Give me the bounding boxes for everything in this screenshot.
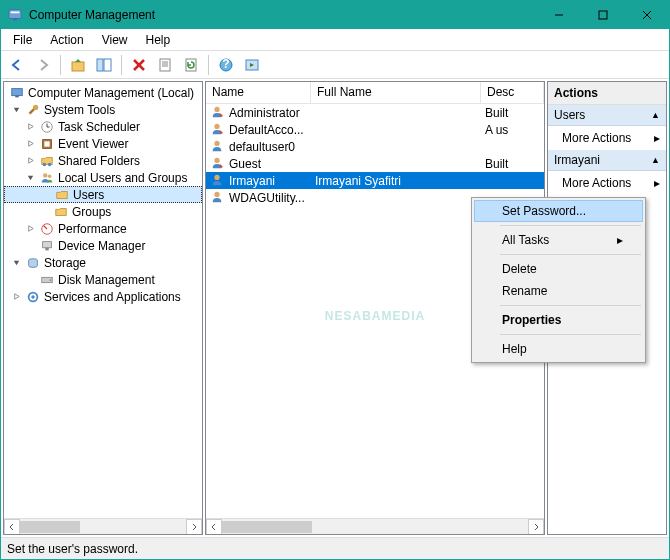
scroll-left-icon[interactable] xyxy=(206,519,222,535)
col-fullname[interactable]: Full Name xyxy=(311,82,481,103)
tree-content: Computer Management (Local) System Tools… xyxy=(4,82,202,518)
computer-icon xyxy=(9,85,25,101)
cell-name: defaultuser0 xyxy=(229,140,295,154)
list-row[interactable]: Administrator Built xyxy=(206,104,544,121)
tree-system-tools[interactable]: System Tools xyxy=(4,101,202,118)
list-row-selected[interactable]: Irmayani Irmayani Syafitri xyxy=(206,172,544,189)
chevron-right-icon: ▸ xyxy=(617,233,623,247)
menu-action[interactable]: Action xyxy=(42,31,91,49)
tree-groups[interactable]: Groups xyxy=(4,203,202,220)
item-label: More Actions xyxy=(562,176,631,190)
up-button[interactable] xyxy=(66,53,90,77)
folder-icon xyxy=(53,204,69,220)
help-button[interactable]: ? xyxy=(214,53,238,77)
menu-help[interactable]: Help xyxy=(138,31,179,49)
tree-shared-folders[interactable]: Shared Folders xyxy=(4,152,202,169)
svg-rect-0 xyxy=(9,10,21,19)
tree-label: Performance xyxy=(58,222,127,236)
tree-performance[interactable]: Performance xyxy=(4,220,202,237)
user-icon xyxy=(210,122,226,138)
actions-title: Actions xyxy=(548,82,666,105)
app-icon xyxy=(7,7,23,23)
svg-rect-35 xyxy=(45,247,49,250)
actions-more-2[interactable]: More Actions ▸ xyxy=(548,171,666,195)
tree-storage[interactable]: Storage xyxy=(4,254,202,271)
svg-rect-8 xyxy=(97,59,103,71)
menu-separator xyxy=(500,225,641,226)
device-manager-icon xyxy=(39,238,55,254)
scroll-left-icon[interactable] xyxy=(4,519,20,535)
ctx-delete[interactable]: Delete xyxy=(474,258,643,280)
cell-name: DefaultAcco... xyxy=(229,123,304,137)
maximize-button[interactable] xyxy=(581,1,625,29)
chevron-right-icon[interactable] xyxy=(10,291,22,303)
services-icon xyxy=(25,289,41,305)
tree-label: Computer Management (Local) xyxy=(28,86,194,100)
list-hscrollbar[interactable] xyxy=(206,518,544,534)
back-button[interactable] xyxy=(5,53,29,77)
ctx-rename[interactable]: Rename xyxy=(474,280,643,302)
menu-file[interactable]: File xyxy=(5,31,40,49)
shared-folder-icon xyxy=(39,153,55,169)
chevron-down-icon[interactable] xyxy=(24,172,36,184)
cell-fullname: Irmayani Syafitri xyxy=(315,174,401,188)
tree-device-manager[interactable]: Device Manager xyxy=(4,237,202,254)
menu-separator xyxy=(500,334,641,335)
forward-button[interactable] xyxy=(31,53,55,77)
tree-label: Disk Management xyxy=(58,273,155,287)
tree-users[interactable]: Users xyxy=(4,186,202,203)
list-row[interactable]: DefaultAcco... A us xyxy=(206,121,544,138)
tree-label: Groups xyxy=(72,205,111,219)
minimize-button[interactable] xyxy=(537,1,581,29)
chevron-right-icon[interactable] xyxy=(24,138,36,150)
tools-icon xyxy=(25,102,41,118)
tree-task-scheduler[interactable]: Task Scheduler xyxy=(4,118,202,135)
scroll-thumb[interactable] xyxy=(20,521,80,533)
chevron-right-icon[interactable] xyxy=(24,155,36,167)
scroll-thumb[interactable] xyxy=(222,521,312,533)
toolbar-button[interactable] xyxy=(240,53,264,77)
svg-rect-4 xyxy=(599,11,607,19)
ctx-set-password[interactable]: Set Password... xyxy=(474,200,643,222)
chevron-down-icon[interactable] xyxy=(10,257,22,269)
user-icon xyxy=(210,156,226,172)
svg-rect-34 xyxy=(43,241,52,247)
status-text: Set the user's password. xyxy=(7,542,138,556)
chevron-up-icon: ▲ xyxy=(651,110,660,120)
delete-button[interactable] xyxy=(127,53,151,77)
refresh-button[interactable] xyxy=(179,53,203,77)
chevron-right-icon[interactable] xyxy=(24,121,36,133)
list-row[interactable]: Guest Built xyxy=(206,155,544,172)
svg-text:?: ? xyxy=(222,57,229,71)
tree-local-users-groups[interactable]: Local Users and Groups xyxy=(4,169,202,186)
ctx-help[interactable]: Help xyxy=(474,338,643,360)
menu-view[interactable]: View xyxy=(94,31,136,49)
actions-group-users[interactable]: Users ▲ xyxy=(548,105,666,126)
chevron-right-icon[interactable] xyxy=(24,223,36,235)
col-name[interactable]: Name xyxy=(206,82,311,103)
scroll-right-icon[interactable] xyxy=(528,519,544,535)
status-bar: Set the user's password. xyxy=(1,537,669,559)
tree-services-apps[interactable]: Services and Applications xyxy=(4,288,202,305)
col-description[interactable]: Desc xyxy=(481,82,544,103)
list-row[interactable]: defaultuser0 xyxy=(206,138,544,155)
svg-point-38 xyxy=(50,279,52,281)
ctx-properties[interactable]: Properties xyxy=(474,309,643,331)
svg-point-30 xyxy=(43,173,47,177)
tree-disk-management[interactable]: Disk Management xyxy=(4,271,202,288)
tree-hscrollbar[interactable] xyxy=(4,518,202,534)
actions-more-1[interactable]: More Actions ▸ xyxy=(548,126,666,150)
user-icon xyxy=(210,173,226,189)
scroll-right-icon[interactable] xyxy=(186,519,202,535)
clock-icon xyxy=(39,119,55,135)
chevron-down-icon[interactable] xyxy=(10,104,22,116)
ctx-all-tasks[interactable]: All Tasks▸ xyxy=(474,229,643,251)
properties-button[interactable] xyxy=(153,53,177,77)
tree-event-viewer[interactable]: Event Viewer xyxy=(4,135,202,152)
tree-root[interactable]: Computer Management (Local) xyxy=(4,84,202,101)
actions-group-selected[interactable]: Irmayani ▲ xyxy=(548,150,666,171)
show-hide-tree-button[interactable] xyxy=(92,53,116,77)
close-button[interactable] xyxy=(625,1,669,29)
svg-point-44 xyxy=(214,157,219,162)
tree-label: Event Viewer xyxy=(58,137,128,151)
